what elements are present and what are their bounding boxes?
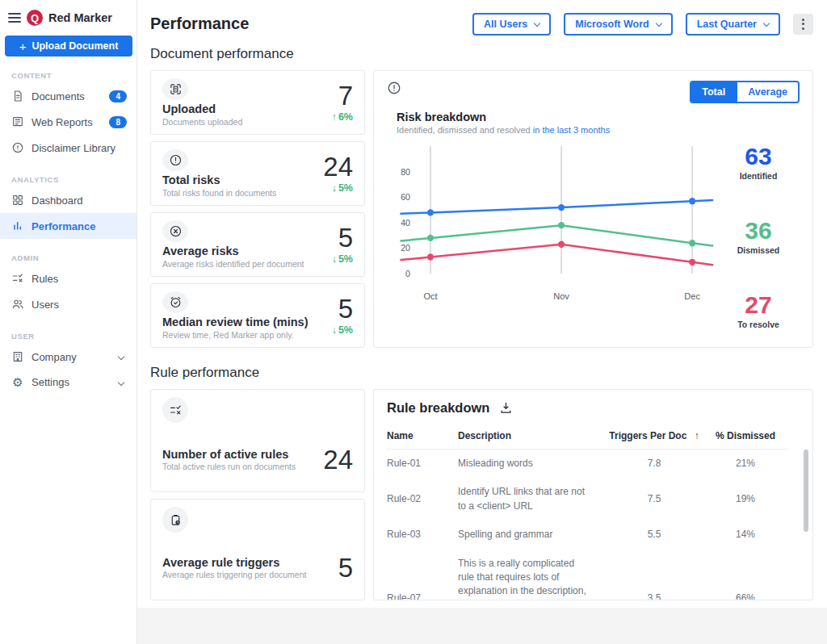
- sidebar-item-company[interactable]: Company: [0, 344, 136, 370]
- section-label: USER: [0, 325, 136, 344]
- kpi-title: Average rule triggers: [162, 556, 306, 570]
- sidebar-item-label: Rules: [31, 273, 127, 285]
- clipboard-clock-icon: [162, 507, 188, 533]
- column-header-description: Description: [458, 425, 606, 450]
- kpi-subtitle: Documents uploaded: [162, 117, 242, 127]
- last-3-months-link[interactable]: in the last 3 months: [533, 125, 610, 135]
- brand: Q Red Marker: [0, 6, 136, 34]
- rule-triggers-cell: 7.8: [606, 450, 703, 479]
- risk-line-chart: 020406080OctNovDec: [387, 141, 717, 311]
- sidebar-section-content: CONTENT Documents 4 Web Reports 8 Discla…: [0, 65, 136, 161]
- kpi-subtitle: Total risks found in documents: [162, 188, 276, 198]
- kpi-card-average-rule-triggers: Average rule triggers Average rules trig…: [150, 499, 365, 600]
- table-row: Rule-02 Identify URL links that are not …: [387, 478, 788, 521]
- upload-document-button[interactable]: + Upload Document: [5, 36, 132, 56]
- hamburger-menu-icon[interactable]: [8, 13, 21, 23]
- sidebar-item-web-reports[interactable]: Web Reports 8: [0, 109, 136, 135]
- rule-dismissed-cell: 66%: [703, 550, 788, 600]
- risk-breakdown-panel: Total Average Risk breakdown Identified,…: [373, 70, 813, 348]
- sidebar-item-documents[interactable]: Documents 4: [0, 83, 136, 109]
- building-icon: [11, 350, 24, 363]
- chevron-down-icon: [118, 353, 124, 360]
- sidebar-item-performance[interactable]: Performance: [0, 213, 136, 239]
- sidebar-item-rules[interactable]: Rules: [0, 266, 136, 291]
- documents-count-badge: 4: [109, 90, 127, 102]
- rule-name-cell: Rule-02: [387, 478, 458, 521]
- svg-text:Dec: Dec: [684, 291, 700, 301]
- rule-description-cell: Identify URL links that are not to a <cl…: [458, 478, 606, 521]
- info-icon[interactable]: [387, 81, 401, 95]
- rule-description-cell: Spelling and grammar: [458, 521, 606, 549]
- rule-triggers-cell: 7.5: [606, 478, 703, 521]
- risk-breakdown-subtitle: Identified, dismissed and resolved in th…: [397, 125, 800, 135]
- filter-users-dropdown[interactable]: All Users: [472, 13, 551, 36]
- x-circle-icon: [162, 220, 188, 242]
- stat-label: Dismissed: [737, 245, 780, 255]
- column-header-label: Triggers Per Doc: [609, 430, 686, 441]
- kpi-delta: ↓ 5%: [332, 253, 353, 265]
- chevron-down-icon: [655, 19, 661, 26]
- kpi-title: Average risks: [162, 245, 304, 258]
- red-marker-logo-icon[interactable]: Q: [27, 10, 43, 26]
- kpi-card-average-risks: Average risks Average risks identified p…: [150, 212, 365, 277]
- toggle-average-button[interactable]: Average: [737, 81, 800, 103]
- svg-text:0: 0: [405, 269, 410, 278]
- sidebar-item-label: Users: [31, 299, 127, 311]
- bar-chart-icon: [11, 220, 24, 232]
- section-label: ANALYTICS: [0, 169, 136, 187]
- page-background-strip: [137, 608, 827, 644]
- sidebar-item-label: Documents: [31, 90, 102, 102]
- sidebar-item-label: Performance: [31, 220, 127, 232]
- kpi-value: 24: [323, 446, 353, 473]
- sidebar-item-settings[interactable]: ⚙ Settings: [0, 370, 136, 395]
- users-icon: [11, 298, 24, 311]
- sidebar-section-analytics: ANALYTICS Dashboard Performance: [0, 169, 136, 239]
- download-icon[interactable]: [499, 401, 513, 415]
- filter-period-dropdown[interactable]: Last Quarter: [686, 13, 780, 36]
- stat-dismissed: 36 Dismissed: [737, 219, 780, 255]
- sidebar-item-dashboard[interactable]: Dashboard: [0, 187, 136, 213]
- subtitle-text: Identified, dismissed and resolved: [397, 125, 531, 135]
- svg-text:20: 20: [401, 243, 410, 253]
- kpi-card-total-risks: Total risks Total risks found in documen…: [150, 141, 365, 206]
- column-header-dismissed: % Dismissed: [703, 425, 788, 450]
- kpi-card-active-rules: Number of active rules Total active rule…: [150, 389, 365, 492]
- sidebar-item-users[interactable]: Users: [0, 291, 136, 317]
- sidebar-item-label: Web Reports: [31, 116, 102, 128]
- svg-text:80: 80: [401, 167, 410, 177]
- rule-dismissed-cell: 21%: [703, 450, 788, 479]
- column-header-triggers[interactable]: Triggers Per Doc ↑: [606, 425, 703, 450]
- total-average-toggle: Total Average: [690, 81, 800, 103]
- filter-source-dropdown[interactable]: Microsoft Word: [564, 13, 672, 36]
- table-scrollbar[interactable]: [804, 450, 808, 532]
- header-filters: All Users Microsoft Word Last Quarter: [472, 13, 813, 36]
- sidebar-item-disclaimer-library[interactable]: Disclaimer Library: [0, 135, 136, 161]
- sort-ascending-icon[interactable]: ↑: [695, 430, 699, 441]
- kebab-menu-button[interactable]: [793, 14, 813, 35]
- sidebar-item-label: Company: [31, 351, 111, 363]
- plus-icon: +: [19, 40, 27, 52]
- kpi-card-median-review-time: Median review time (mins) Review time, R…: [150, 283, 365, 348]
- rule-cards-column: Number of active rules Total active rule…: [150, 389, 365, 600]
- kpi-delta-value: 5%: [338, 324, 353, 336]
- rule-breakdown-panel: Rule breakdown Name Description Triggers…: [373, 389, 813, 600]
- rules-icon: [162, 397, 188, 423]
- arrow-up-icon: ↑: [332, 111, 337, 123]
- kpi-delta: ↑ 6%: [332, 111, 353, 123]
- rule-triggers-cell: 3.5: [606, 550, 703, 600]
- svg-text:60: 60: [401, 192, 410, 202]
- page-title: Performance: [150, 15, 249, 33]
- column-header-name: Name: [387, 425, 458, 450]
- page-header: Performance All Users Microsoft Word Las…: [150, 0, 813, 36]
- table-row: Rule-01 Misleading words 7.8 21%: [387, 450, 788, 479]
- toggle-total-button[interactable]: Total: [690, 81, 737, 103]
- alarm-check-icon: [162, 291, 188, 313]
- rule-description-cell: This is a really complicated rule that r…: [458, 550, 606, 600]
- table-row: Rule-07 This is a really complicated rul…: [387, 550, 788, 600]
- chevron-down-icon: [118, 378, 124, 385]
- upload-document-label: Upload Document: [31, 40, 118, 52]
- stat-value: 36: [737, 219, 780, 243]
- arrow-down-icon: ↓: [332, 253, 337, 265]
- stat-value: 27: [737, 293, 779, 317]
- app-root: Q Red Marker + Upload Document CONTENT D…: [0, 0, 827, 644]
